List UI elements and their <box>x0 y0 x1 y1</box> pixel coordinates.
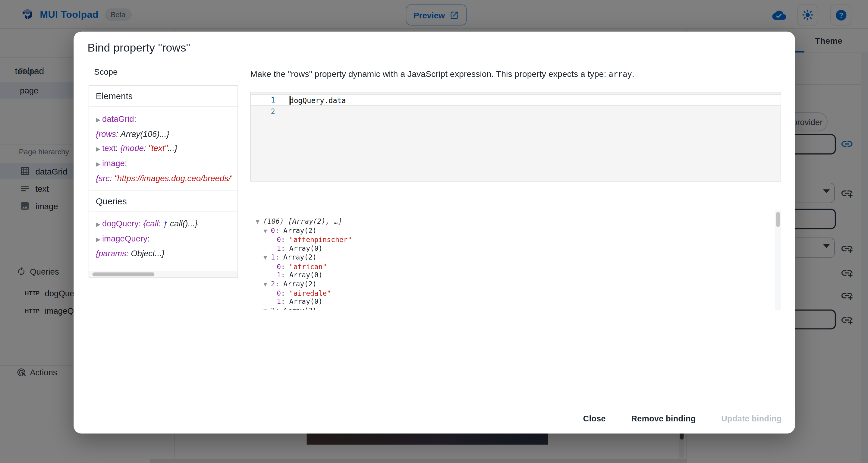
tree-segment: : <box>125 158 127 167</box>
scope-explorer: Elements ▶ dataGrid: {rows: Array(106)..… <box>89 85 238 278</box>
tree-segment: 1 <box>271 253 275 261</box>
tree-segment: : <box>144 144 148 153</box>
tree-segment: : <box>147 234 150 243</box>
tree-segment: 1 <box>277 244 281 253</box>
dialog-description: Make the "rows" property dynamic with a … <box>250 69 634 79</box>
preview-row[interactable]: 0: "affenpinscher" <box>250 236 781 244</box>
tree-segment: ƒ <box>163 219 170 228</box>
tree-segment: (106) [Array(2), …] <box>263 217 342 225</box>
tree-segment: 3 <box>271 306 275 310</box>
scope-horizontal-scrollbar[interactable] <box>89 271 238 277</box>
tree-segment: : <box>158 219 163 228</box>
scope-tree-item[interactable]: ▶ image: {src: "https://images.dog.ceo/b… <box>96 156 232 185</box>
preview-row[interactable]: ▼ 3: Array(2) <box>250 306 781 310</box>
tree-segment: : Array(106)...} <box>116 129 169 138</box>
code-line[interactable]: dogQuery.data <box>290 96 346 104</box>
tree-segment: "https://images.dog.ceo/breeds/" <box>114 173 232 183</box>
tree-segment: 0 <box>277 289 281 297</box>
tree-segment: : Array(0) <box>281 271 322 279</box>
preview-row[interactable]: 1: Array(0) <box>250 244 781 253</box>
preview-row[interactable]: 0: "african" <box>250 262 781 271</box>
dialog-title: Bind property "rows" <box>87 41 190 54</box>
tree-segment: : Array(2) <box>275 306 316 310</box>
tree-segment: 0 <box>277 236 281 244</box>
expression-result-preview: ▼ (106) [Array(2), …]▼ 0: Array(2)0: "af… <box>250 210 781 310</box>
tree-segment: : <box>110 173 114 183</box>
queries-tree: ▶ dogQuery: {call: ƒ call()...}▶ imageQu… <box>89 212 238 266</box>
scope-tree-item[interactable]: ▶ text: {mode: "text"...} <box>96 141 232 156</box>
queries-header: Queries <box>89 190 238 212</box>
tree-segment: call()...} <box>170 219 198 228</box>
preview-scrollbar-thumb[interactable] <box>776 212 780 227</box>
tree-segment: "affenpinscher" <box>289 236 352 244</box>
tree-segment: "text" <box>148 144 167 153</box>
tree-segment: Object...} <box>131 249 164 258</box>
tree-segment: : <box>281 289 289 297</box>
line-number: 2 <box>251 107 275 116</box>
tree-segment: : Array(0) <box>281 244 322 253</box>
tree-segment: 1 <box>277 271 281 279</box>
tree-segment: ▶ <box>96 146 102 152</box>
tree-segment: ▶ <box>96 116 102 123</box>
app-root: MUI Toolpad Beta Preview <box>0 0 868 463</box>
tree-segment: text <box>102 144 116 153</box>
tree-segment: ▼ <box>256 218 263 225</box>
tree-segment: ▶ <box>96 221 102 227</box>
tree-segment: {src <box>96 173 110 183</box>
tree-segment: ▶ <box>96 161 102 167</box>
tree-segment: : <box>126 249 131 258</box>
tree-segment: ▶ <box>96 236 102 242</box>
tree-segment: dataGrid <box>102 114 134 123</box>
tree-segment: : <box>116 144 120 153</box>
tree-segment: ▼ <box>264 281 271 288</box>
tree-segment: "african" <box>289 262 327 271</box>
tree-segment: imageQuery <box>102 234 147 243</box>
tree-segment: 2 <box>271 279 275 288</box>
tree-segment: "airedale" <box>289 289 331 297</box>
tree-segment: ...} <box>167 144 177 153</box>
tree-segment: {mode <box>120 144 144 153</box>
tree-segment: image <box>102 158 125 167</box>
tree-segment: 0 <box>277 262 281 271</box>
close-button[interactable]: Close <box>579 410 610 426</box>
tree-segment: : <box>134 114 136 123</box>
line-number: 1 <box>251 96 275 104</box>
tree-segment: {params <box>96 249 126 258</box>
preview-row[interactable]: ▼ 2: Array(2) <box>250 279 781 289</box>
preview-row[interactable]: ▼ 0: Array(2) <box>250 226 781 236</box>
elements-header: Elements <box>89 86 238 107</box>
tree-segment: : <box>138 219 143 228</box>
preview-row[interactable]: ▼ (106) [Array(2), …] <box>250 217 781 226</box>
scope-tree-item[interactable]: ▶ imageQuery: {params: Object...} <box>96 232 232 261</box>
js-expression-editor[interactable]: 1 2 dogQuery.data <box>250 92 781 182</box>
tree-segment: ▼ <box>264 307 271 310</box>
tree-segment: : Array(2) <box>275 253 316 261</box>
bind-property-dialog: Bind property "rows" Scope Elements ▶ da… <box>73 32 795 433</box>
tree-segment: : Array(2) <box>275 226 316 235</box>
tree-segment: ▼ <box>264 227 271 235</box>
preview-row[interactable]: 1: Array(0) <box>250 271 781 280</box>
dialog-actions: Close Remove binding Update binding <box>579 410 786 426</box>
scope-tree-item[interactable]: ▶ dataGrid: {rows: Array(106)...} <box>96 112 232 141</box>
update-binding-button[interactable]: Update binding <box>717 410 786 426</box>
tree-segment: : <box>281 236 289 244</box>
scope-tree-item[interactable]: ▶ dogQuery: {call: ƒ call()...} <box>96 216 232 232</box>
tree-segment: {call <box>143 219 158 228</box>
tree-segment: ▼ <box>264 254 271 261</box>
tree-segment: : Array(0) <box>281 298 322 306</box>
preview-row[interactable]: ▼ 1: Array(2) <box>250 253 781 262</box>
preview-row[interactable]: 1: Array(0) <box>250 298 781 306</box>
tree-segment: dogQuery <box>102 219 138 228</box>
tree-segment: {rows <box>96 129 116 138</box>
elements-tree: ▶ dataGrid: {rows: Array(106)...}▶ text:… <box>89 107 238 190</box>
tree-segment: : <box>281 262 289 271</box>
scope-scrollbar-thumb[interactable] <box>93 273 155 276</box>
scope-label: Scope <box>94 67 118 76</box>
remove-binding-button[interactable]: Remove binding <box>627 410 700 426</box>
tree-segment: : Array(2) <box>275 279 316 288</box>
tree-segment: 1 <box>277 298 281 306</box>
tree-segment: 0 <box>271 226 275 235</box>
preview-row[interactable]: 0: "airedale" <box>250 289 781 298</box>
